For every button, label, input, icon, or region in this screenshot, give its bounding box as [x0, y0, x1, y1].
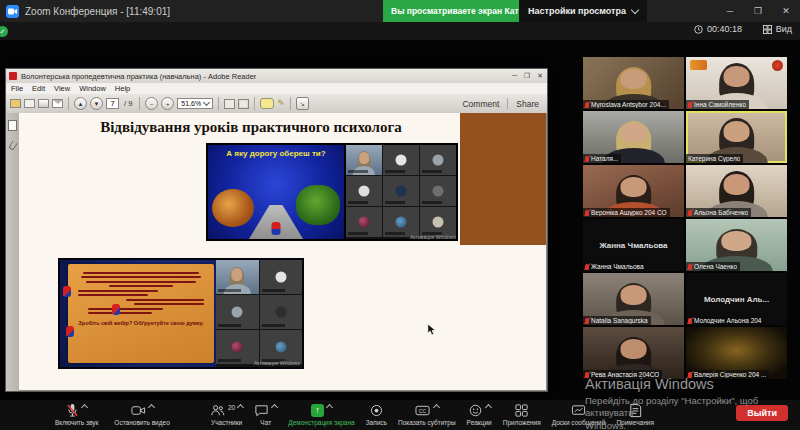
mini-tile	[420, 145, 456, 175]
muted-mic-icon	[688, 102, 692, 108]
poster-footer-text: Зробіть свій вибір? Обґрунтуйте свою дум…	[74, 320, 208, 327]
participant-tile[interactable]: Вероніка Ашурко 204 СО	[583, 165, 684, 217]
stop-video-button[interactable]: Остановить видео	[114, 403, 169, 426]
captions-icon: CC	[415, 403, 431, 418]
stop-video-label: Остановить видео	[114, 419, 169, 426]
participant-tile[interactable]: Жанна Чмальова Жанна Чмальова	[583, 219, 684, 271]
whiteboards-button[interactable]: Доски сообщений	[552, 403, 606, 426]
pdf-page: Відвідування уроків практичного психолог…	[19, 113, 546, 390]
muted-mic-icon	[688, 372, 692, 378]
participant-name: Жанна Чмальова	[591, 263, 644, 270]
junk-food-graphic	[212, 189, 254, 227]
share-screen-label: Демонстрация экрана	[288, 419, 354, 426]
fit-page-icon[interactable]	[238, 99, 249, 109]
chat-icon	[254, 403, 269, 418]
notes-label: Примечания	[616, 419, 654, 426]
reader-side-panel	[6, 113, 20, 391]
save-icon[interactable]	[24, 99, 35, 108]
zoom-out-button[interactable]: −	[145, 97, 158, 110]
participant-name: Олена Чаенко	[694, 263, 737, 270]
fullscreen-icon[interactable]: ↘	[296, 97, 309, 110]
participant-tile[interactable]: Валерія Сірченко 204 ...	[686, 327, 787, 379]
muted-mic-icon	[688, 264, 692, 270]
fit-width-icon[interactable]	[224, 99, 235, 109]
print-icon[interactable]	[38, 99, 49, 108]
participant-tile[interactable]: Рева Анастасія 204СО	[583, 327, 684, 379]
muted-mic-icon	[688, 210, 692, 216]
participant-name: Вероніка Ашурко 204 СО	[591, 209, 667, 216]
view-settings-label: Настройки просмотра	[528, 6, 626, 16]
highlight-pen-icon[interactable]: ✎	[277, 99, 285, 108]
participant-tile[interactable]: Natalia Sanagurska	[583, 273, 684, 325]
reader-close-button[interactable]: ✕	[537, 72, 543, 80]
comment-bubble-icon[interactable]	[260, 98, 274, 109]
share-panel-button[interactable]: Share	[516, 99, 539, 109]
zoom-level-dropdown[interactable]: 51,6%	[177, 98, 213, 109]
unmute-button[interactable]: Включить звук	[55, 403, 98, 426]
apps-button[interactable]: Приложения	[503, 403, 541, 426]
embedded-screenshot-1: А яку дорогу обереш ти?	[206, 143, 458, 241]
leave-meeting-button[interactable]: Выйти	[736, 405, 788, 421]
encryption-shield-icon[interactable]: ✓	[0, 26, 8, 37]
previous-page-button[interactable]: ▲	[74, 97, 87, 110]
spiderman-graphic	[272, 222, 281, 235]
chevron-up-icon[interactable]	[433, 404, 440, 411]
center-controls: 20 Участники Чат ↑ Демонстрация экрана	[210, 403, 654, 426]
participant-name: Альона Бабіченко	[694, 209, 748, 216]
notes-button[interactable]: Примечания	[616, 403, 654, 426]
view-settings-button[interactable]: Настройки просмотра	[519, 0, 647, 22]
menu-window[interactable]: Window	[79, 84, 106, 93]
page-number-input[interactable]: 7	[106, 98, 119, 109]
participants-button[interactable]: 20 Участники	[210, 403, 243, 426]
maximize-button[interactable]: ❐	[744, 0, 772, 22]
muted-mic-icon	[585, 156, 589, 162]
reactions-label: Реакции	[467, 419, 492, 426]
chevron-up-icon[interactable]	[485, 404, 492, 411]
view-layout-button[interactable]: Вид	[763, 24, 792, 34]
participant-tile[interactable]: Інна Самойленко	[686, 57, 787, 109]
participant-tile[interactable]: Олена Чаенко	[686, 219, 787, 271]
record-button[interactable]: Запись	[366, 403, 387, 426]
participant-tile[interactable]: Myroslava Antsybor 204...	[583, 57, 684, 109]
spiderman-graphic	[112, 304, 120, 315]
chevron-up-icon[interactable]	[148, 404, 155, 411]
muted-mic-icon	[585, 264, 589, 270]
participant-tile-active-speaker[interactable]: Катерина Сурело	[686, 111, 787, 163]
zoom-in-button[interactable]: +	[161, 97, 174, 110]
menu-view[interactable]: View	[54, 84, 70, 93]
menu-edit[interactable]: Edit	[32, 84, 45, 93]
participant-tile[interactable]: Молодчин Аль... Молодчин Альона 204	[686, 273, 787, 325]
chevron-up-icon[interactable]	[237, 404, 244, 411]
menu-help[interactable]: Help	[115, 84, 130, 93]
chevron-up-icon[interactable]	[326, 404, 333, 411]
captions-button[interactable]: CC Показать субтитры	[398, 403, 456, 426]
chevron-up-icon[interactable]	[81, 404, 88, 411]
mini-tile	[420, 207, 456, 237]
email-icon[interactable]	[52, 99, 63, 108]
minimize-button[interactable]: ─	[716, 0, 744, 22]
share-screen-button[interactable]: ↑ Демонстрация экрана	[288, 403, 354, 426]
captions-label: Показать субтитры	[398, 419, 456, 426]
next-page-button[interactable]: ▼	[90, 97, 103, 110]
chevron-up-icon[interactable]	[271, 404, 278, 411]
reader-window-controls: ─ ❐ ✕	[512, 72, 547, 80]
attachments-icon[interactable]	[8, 140, 18, 151]
menu-file[interactable]: File	[11, 84, 23, 93]
participant-tile[interactable]: Наталя...	[583, 111, 684, 163]
participant-tile[interactable]: Альона Бабіченко	[686, 165, 787, 217]
chat-button[interactable]: Чат	[254, 403, 277, 426]
page-thumbnails-icon[interactable]	[8, 120, 17, 131]
close-button[interactable]: ✕	[772, 0, 800, 22]
reader-minimize-button[interactable]: ─	[512, 72, 517, 80]
reactions-button[interactable]: Реакции	[467, 403, 492, 426]
mini-tile	[383, 176, 419, 206]
reader-maximize-button[interactable]: ❐	[524, 72, 530, 80]
comment-panel-button[interactable]: Comment	[462, 99, 499, 109]
mini-tile	[346, 145, 382, 175]
open-file-icon[interactable]	[10, 99, 21, 108]
participant-name: Наталя...	[591, 155, 618, 162]
mini-tile	[420, 176, 456, 206]
participant-name: Natalia Sanagurska	[591, 317, 648, 324]
slide-heading: Відвідування уроків практичного психолог…	[47, 119, 455, 136]
view-button-label: Вид	[776, 24, 792, 34]
